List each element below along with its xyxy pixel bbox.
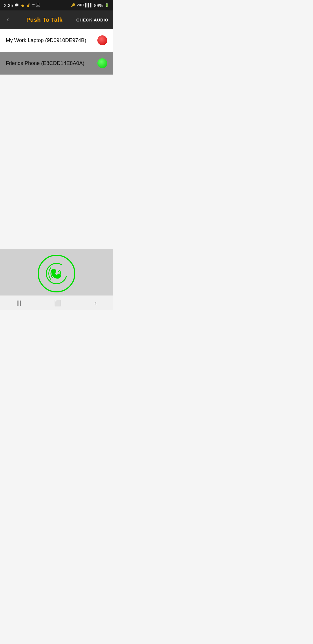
recent-apps-button[interactable]: ||| xyxy=(17,300,21,306)
content-area xyxy=(0,75,113,249)
back-nav-button[interactable]: ‹ xyxy=(94,300,97,306)
check-audio-button[interactable]: CHECK AUDIO xyxy=(76,17,108,22)
status-dot-green xyxy=(97,58,107,68)
device-name: My Work Laptop (9D0910DE974B) xyxy=(6,37,86,44)
message-icon: 💬 xyxy=(14,3,19,7)
device-list: My Work Laptop (9D0910DE974B) Friends Ph… xyxy=(0,29,113,75)
gesture-icon: 👆 xyxy=(20,3,25,7)
device-name: Friends Phone (E8CDD14E8A0A) xyxy=(6,60,84,66)
device-item-selected[interactable]: Friends Phone (E8CDD14E8A0A) xyxy=(0,52,113,75)
grid-icon: ::: xyxy=(32,3,35,7)
key-icon: 🔑 xyxy=(71,3,75,7)
back-button[interactable]: ‹ xyxy=(5,14,11,26)
device-item[interactable]: My Work Laptop (9D0910DE974B) xyxy=(0,29,113,52)
status-bar: 2:35 💬 👆 ✌️ ::: 🖼 🔑 WiFi ▌▌▌ 89% 🔋 xyxy=(0,0,113,10)
status-icons-right: 🔑 WiFi ▌▌▌ 89% 🔋 xyxy=(71,3,109,8)
app-title: Push To Talk xyxy=(12,17,76,23)
gesture2-icon: ✌️ xyxy=(26,3,30,7)
ptt-button[interactable] xyxy=(38,255,75,292)
battery-icon: 🔋 xyxy=(105,3,109,7)
wifi-icon: WiFi xyxy=(77,3,84,7)
svg-point-0 xyxy=(46,263,67,284)
ptt-icon xyxy=(45,262,68,285)
status-time: 2:35 xyxy=(4,3,13,8)
status-dot-red xyxy=(97,35,107,45)
home-button[interactable]: ⬜ xyxy=(54,300,61,307)
ptt-bar xyxy=(0,249,113,295)
app-bar: ‹ Push To Talk CHECK AUDIO xyxy=(0,10,113,29)
image-icon: 🖼 xyxy=(36,3,40,7)
nav-bar: ||| ⬜ ‹ xyxy=(0,295,113,310)
signal-icon: ▌▌▌ xyxy=(85,3,93,7)
status-left: 2:35 💬 👆 ✌️ ::: 🖼 xyxy=(4,3,40,8)
battery-percent: 89% xyxy=(94,3,103,8)
